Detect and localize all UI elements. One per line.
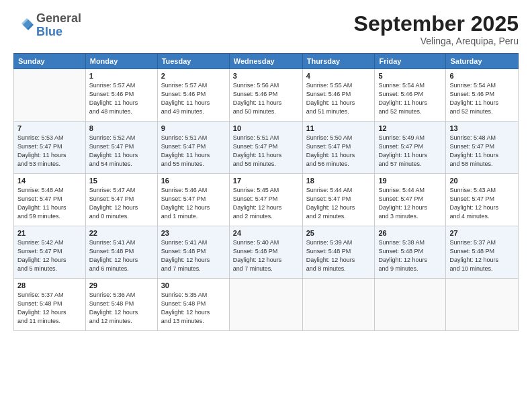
col-header-monday: Monday xyxy=(85,54,157,69)
calendar-cell: 20Sunrise: 5:43 AM Sunset: 5:47 PM Dayli… xyxy=(446,174,519,226)
day-number: 4 xyxy=(306,72,371,80)
logo-icon xyxy=(13,15,34,36)
day-info: Sunrise: 5:40 AM Sunset: 5:48 PM Dayligh… xyxy=(233,238,299,273)
calendar-cell xyxy=(446,279,519,331)
day-info: Sunrise: 5:44 AM Sunset: 5:47 PM Dayligh… xyxy=(306,186,371,221)
day-info: Sunrise: 5:50 AM Sunset: 5:47 PM Dayligh… xyxy=(306,134,371,169)
calendar-week-row: 14Sunrise: 5:48 AM Sunset: 5:47 PM Dayli… xyxy=(14,174,519,226)
calendar-table: SundayMondayTuesdayWednesdayThursdayFrid… xyxy=(13,53,519,331)
calendar-cell: 26Sunrise: 5:38 AM Sunset: 5:48 PM Dayli… xyxy=(375,226,446,279)
calendar-cell: 14Sunrise: 5:48 AM Sunset: 5:47 PM Dayli… xyxy=(14,174,86,226)
calendar-cell: 25Sunrise: 5:39 AM Sunset: 5:48 PM Dayli… xyxy=(302,226,375,279)
calendar-week-row: 28Sunrise: 5:37 AM Sunset: 5:48 PM Dayli… xyxy=(14,279,519,331)
day-info: Sunrise: 5:35 AM Sunset: 5:48 PM Dayligh… xyxy=(161,291,226,326)
logo-blue-text: Blue xyxy=(36,26,81,39)
day-number: 12 xyxy=(378,124,442,132)
day-info: Sunrise: 5:44 AM Sunset: 5:47 PM Dayligh… xyxy=(378,186,442,221)
day-info: Sunrise: 5:51 AM Sunset: 5:47 PM Dayligh… xyxy=(161,134,226,169)
calendar-cell: 17Sunrise: 5:45 AM Sunset: 5:47 PM Dayli… xyxy=(229,174,302,226)
day-number: 17 xyxy=(233,177,299,185)
day-number: 25 xyxy=(306,229,371,237)
location: Velinga, Arequipa, Peru xyxy=(354,36,519,46)
calendar-cell: 9Sunrise: 5:51 AM Sunset: 5:47 PM Daylig… xyxy=(157,122,229,174)
day-number: 20 xyxy=(449,177,515,185)
calendar-cell: 30Sunrise: 5:35 AM Sunset: 5:48 PM Dayli… xyxy=(157,279,229,331)
day-number: 18 xyxy=(306,177,371,185)
day-number: 23 xyxy=(161,229,226,237)
day-info: Sunrise: 5:56 AM Sunset: 5:46 PM Dayligh… xyxy=(233,81,299,116)
day-info: Sunrise: 5:37 AM Sunset: 5:48 PM Dayligh… xyxy=(449,238,515,273)
calendar-cell: 6Sunrise: 5:54 AM Sunset: 5:46 PM Daylig… xyxy=(446,69,519,122)
calendar-cell: 29Sunrise: 5:36 AM Sunset: 5:48 PM Dayli… xyxy=(85,279,157,331)
calendar-week-row: 21Sunrise: 5:42 AM Sunset: 5:47 PM Dayli… xyxy=(14,226,519,279)
calendar-cell: 5Sunrise: 5:54 AM Sunset: 5:46 PM Daylig… xyxy=(375,69,446,122)
day-info: Sunrise: 5:47 AM Sunset: 5:47 PM Dayligh… xyxy=(89,186,154,221)
day-number: 11 xyxy=(306,124,371,132)
header: General Blue September 2025 Velinga, Are… xyxy=(13,12,519,46)
day-info: Sunrise: 5:43 AM Sunset: 5:47 PM Dayligh… xyxy=(449,186,515,221)
col-header-sunday: Sunday xyxy=(14,54,86,69)
calendar-cell: 15Sunrise: 5:47 AM Sunset: 5:47 PM Dayli… xyxy=(85,174,157,226)
day-number: 7 xyxy=(17,124,82,132)
month-title: September 2025 xyxy=(354,12,519,36)
page: General Blue September 2025 Velinga, Are… xyxy=(0,0,532,411)
day-info: Sunrise: 5:55 AM Sunset: 5:46 PM Dayligh… xyxy=(306,81,371,116)
calendar-cell: 16Sunrise: 5:46 AM Sunset: 5:47 PM Dayli… xyxy=(157,174,229,226)
calendar-cell xyxy=(229,279,302,331)
calendar-cell xyxy=(375,279,446,331)
calendar-cell: 11Sunrise: 5:50 AM Sunset: 5:47 PM Dayli… xyxy=(302,122,375,174)
day-info: Sunrise: 5:41 AM Sunset: 5:48 PM Dayligh… xyxy=(89,238,154,273)
day-number: 6 xyxy=(449,72,515,80)
day-number: 14 xyxy=(17,177,82,185)
calendar-cell: 18Sunrise: 5:44 AM Sunset: 5:47 PM Dayli… xyxy=(302,174,375,226)
day-info: Sunrise: 5:57 AM Sunset: 5:46 PM Dayligh… xyxy=(161,81,226,116)
calendar-cell: 12Sunrise: 5:49 AM Sunset: 5:47 PM Dayli… xyxy=(375,122,446,174)
calendar-cell: 24Sunrise: 5:40 AM Sunset: 5:48 PM Dayli… xyxy=(229,226,302,279)
day-number: 8 xyxy=(89,124,154,132)
calendar-cell: 23Sunrise: 5:41 AM Sunset: 5:48 PM Dayli… xyxy=(157,226,229,279)
title-block: September 2025 Velinga, Arequipa, Peru xyxy=(354,12,519,46)
day-number: 22 xyxy=(89,229,154,237)
day-info: Sunrise: 5:37 AM Sunset: 5:48 PM Dayligh… xyxy=(17,291,82,326)
calendar-cell: 22Sunrise: 5:41 AM Sunset: 5:48 PM Dayli… xyxy=(85,226,157,279)
logo-general-text: General xyxy=(36,12,81,26)
calendar-cell xyxy=(302,279,375,331)
day-info: Sunrise: 5:54 AM Sunset: 5:46 PM Dayligh… xyxy=(449,81,515,116)
calendar-week-row: 1Sunrise: 5:57 AM Sunset: 5:46 PM Daylig… xyxy=(14,69,519,122)
day-number: 21 xyxy=(17,229,82,237)
day-number: 26 xyxy=(378,229,442,237)
day-number: 28 xyxy=(17,281,82,289)
calendar-cell: 10Sunrise: 5:51 AM Sunset: 5:47 PM Dayli… xyxy=(229,122,302,174)
day-number: 13 xyxy=(449,124,515,132)
day-number: 24 xyxy=(233,229,299,237)
day-info: Sunrise: 5:36 AM Sunset: 5:48 PM Dayligh… xyxy=(89,291,154,326)
day-info: Sunrise: 5:49 AM Sunset: 5:47 PM Dayligh… xyxy=(378,134,442,169)
day-number: 16 xyxy=(161,177,226,185)
col-header-wednesday: Wednesday xyxy=(229,54,302,69)
col-header-tuesday: Tuesday xyxy=(157,54,229,69)
day-number: 27 xyxy=(449,229,515,237)
calendar-cell: 7Sunrise: 5:53 AM Sunset: 5:47 PM Daylig… xyxy=(14,122,86,174)
col-header-friday: Friday xyxy=(375,54,446,69)
day-info: Sunrise: 5:57 AM Sunset: 5:46 PM Dayligh… xyxy=(89,81,154,116)
col-header-saturday: Saturday xyxy=(446,54,519,69)
calendar-cell: 8Sunrise: 5:52 AM Sunset: 5:47 PM Daylig… xyxy=(85,122,157,174)
calendar-cell: 4Sunrise: 5:55 AM Sunset: 5:46 PM Daylig… xyxy=(302,69,375,122)
calendar-cell: 19Sunrise: 5:44 AM Sunset: 5:47 PM Dayli… xyxy=(375,174,446,226)
calendar-cell xyxy=(14,69,86,122)
calendar-cell: 13Sunrise: 5:48 AM Sunset: 5:47 PM Dayli… xyxy=(446,122,519,174)
day-number: 9 xyxy=(161,124,226,132)
day-number: 19 xyxy=(378,177,442,185)
logo: General Blue xyxy=(13,12,81,39)
calendar-cell: 21Sunrise: 5:42 AM Sunset: 5:47 PM Dayli… xyxy=(14,226,86,279)
day-number: 10 xyxy=(233,124,299,132)
calendar-cell: 1Sunrise: 5:57 AM Sunset: 5:46 PM Daylig… xyxy=(85,69,157,122)
day-number: 29 xyxy=(89,281,154,289)
day-number: 2 xyxy=(161,72,226,80)
col-header-thursday: Thursday xyxy=(302,54,375,69)
day-info: Sunrise: 5:51 AM Sunset: 5:47 PM Dayligh… xyxy=(233,134,299,169)
logo-text: General Blue xyxy=(36,12,81,39)
calendar-header-row: SundayMondayTuesdayWednesdayThursdayFrid… xyxy=(14,54,519,69)
calendar-cell: 2Sunrise: 5:57 AM Sunset: 5:46 PM Daylig… xyxy=(157,69,229,122)
day-info: Sunrise: 5:41 AM Sunset: 5:48 PM Dayligh… xyxy=(161,238,226,273)
